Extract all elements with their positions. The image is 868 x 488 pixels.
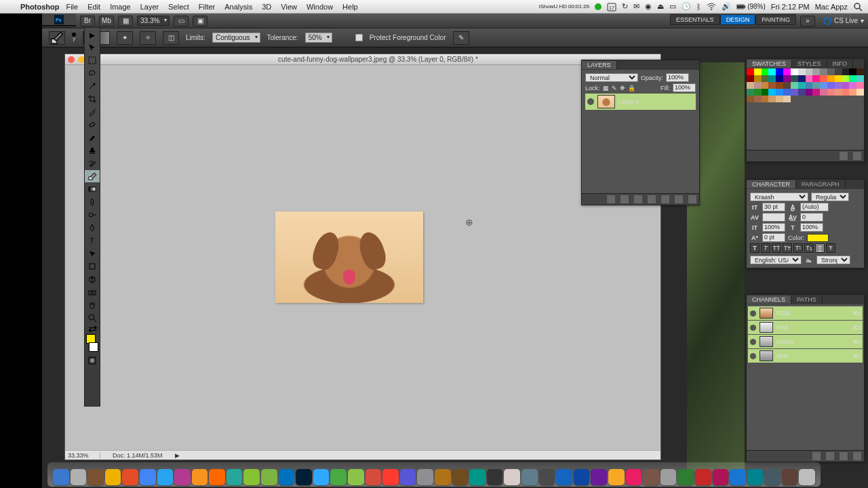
menu-help[interactable]: Help [342,3,358,11]
swatch[interactable] [747,82,754,89]
styles-tab[interactable]: STYLES [792,60,827,68]
menu-3d[interactable]: 3D [262,3,271,11]
swap-colors-icon[interactable]: ⇄ [85,325,100,331]
visibility-icon[interactable] [750,339,756,345]
image-content[interactable] [275,211,423,303]
wand-tool-icon[interactable] [85,80,100,92]
lock-all-icon[interactable]: 🔒 [628,85,635,92]
swatch[interactable] [849,68,856,75]
swatch[interactable] [747,68,754,75]
type-tool-icon[interactable]: T [85,235,100,247]
swatch[interactable] [754,96,762,102]
swatch[interactable] [820,89,827,96]
dock-app-icon[interactable] [279,469,295,485]
lock-position-icon[interactable]: ✥ [620,85,625,92]
visibility-icon[interactable] [587,98,594,105]
swatch[interactable] [806,82,813,89]
antialias-select[interactable]: Strong [816,256,850,264]
dock-app-icon[interactable] [435,469,451,485]
swatch[interactable] [776,82,783,89]
layer-fx-icon[interactable] [620,195,629,203]
swatch[interactable] [783,89,791,96]
dock-app-icon[interactable] [53,469,69,485]
status-aperture-icon[interactable]: ◉ [645,2,652,11]
allcaps-button[interactable]: TT [772,243,781,253]
dock-app-icon[interactable] [243,469,260,485]
path-select-tool-icon[interactable] [85,247,100,260]
menu-file[interactable]: File [66,3,78,11]
status-bluetooth-icon[interactable]: ᛒ [696,3,701,11]
swatch[interactable] [768,75,776,82]
limits-select[interactable]: Contiguous [212,33,260,43]
visibility-icon[interactable] [750,353,756,359]
status-sync-icon[interactable]: ↻ [622,2,628,11]
new-channel-icon[interactable] [840,452,848,460]
dock-app-icon[interactable] [747,469,764,485]
dock-app-icon[interactable] [660,469,677,485]
3d-tool-icon[interactable] [85,273,100,285]
dock-app-icon[interactable] [782,469,798,485]
status-battery-icon[interactable]: (98%) [736,2,766,12]
channels-tab[interactable]: CHANNELS [747,296,791,304]
dock-app-icon[interactable] [626,469,642,485]
swatch[interactable] [776,68,783,75]
dock-app-icon[interactable] [539,469,555,485]
font-size-field[interactable]: 30 pt [762,203,785,211]
workspace-overflow-icon[interactable]: » [800,16,815,26]
dock-app-icon[interactable] [695,469,711,485]
dock-app-icon[interactable] [105,469,121,485]
document-titlebar[interactable]: cute-and-funny-dog-wallpaper3.jpeg @ 33.… [65,54,660,65]
screen-mode-icon[interactable]: ▣ [193,16,208,26]
delete-channel-icon[interactable] [853,452,861,460]
dock-app-icon[interactable] [400,469,416,485]
swatch[interactable] [798,82,806,89]
history-brush-tool-icon[interactable] [85,157,100,169]
swatch[interactable] [842,68,850,75]
swatches-tab[interactable]: SWATCHES [747,60,792,68]
swatch[interactable] [806,68,813,75]
swatch[interactable] [827,82,835,89]
swatch[interactable] [820,68,827,75]
dock-app-icon[interactable] [417,469,433,485]
swatch[interactable] [754,89,762,96]
swatch[interactable] [798,75,806,82]
swatch[interactable] [754,82,762,89]
new-swatch-icon[interactable] [840,152,848,160]
color-swatches[interactable] [86,334,98,352]
visibility-icon[interactable] [750,310,756,317]
layer-mask-icon[interactable] [634,195,642,203]
swatch[interactable] [835,89,842,96]
dock-app-icon[interactable] [713,469,729,485]
app-name[interactable]: Photoshop [20,3,59,11]
menu-view[interactable]: View [281,3,297,11]
swatch[interactable] [783,82,791,89]
background-eraser-tool-icon[interactable] [49,31,65,45]
brush-tool-icon[interactable] [85,131,100,144]
zoom-select[interactable]: 33.3% [137,16,170,26]
swatch[interactable] [812,75,820,82]
dock-app-icon[interactable] [469,469,486,485]
dock-app-icon[interactable] [348,469,364,485]
bridge-icon[interactable]: Br [80,16,95,26]
cs-live-button[interactable]: CS Live ▾ [819,16,864,26]
swatch[interactable] [798,89,806,96]
swatch[interactable] [762,75,769,82]
sampling-swatch-icon[interactable]: ◫ [163,31,179,45]
blend-mode-select[interactable]: Normal [585,73,638,82]
quickmask-icon[interactable] [85,354,100,367]
smallcaps-button[interactable]: Tᴛ [783,243,792,253]
canvas-area[interactable]: ⊕ [65,65,660,450]
move-tool-icon[interactable] [85,41,100,54]
protect-fg-checkbox[interactable] [355,34,363,41]
layers-tab[interactable]: LAYERS [582,61,617,69]
swatch[interactable] [820,82,827,89]
camera-tool-icon[interactable] [85,286,100,298]
marquee-tool-icon[interactable] [85,54,100,66]
swatch[interactable] [827,75,835,82]
dock-app-icon[interactable] [122,469,138,485]
dock-app-icon[interactable] [504,469,520,485]
save-selection-icon[interactable] [826,452,834,460]
swatch[interactable] [754,75,762,82]
dock-app-icon[interactable] [209,469,225,485]
swatch[interactable] [762,82,769,89]
